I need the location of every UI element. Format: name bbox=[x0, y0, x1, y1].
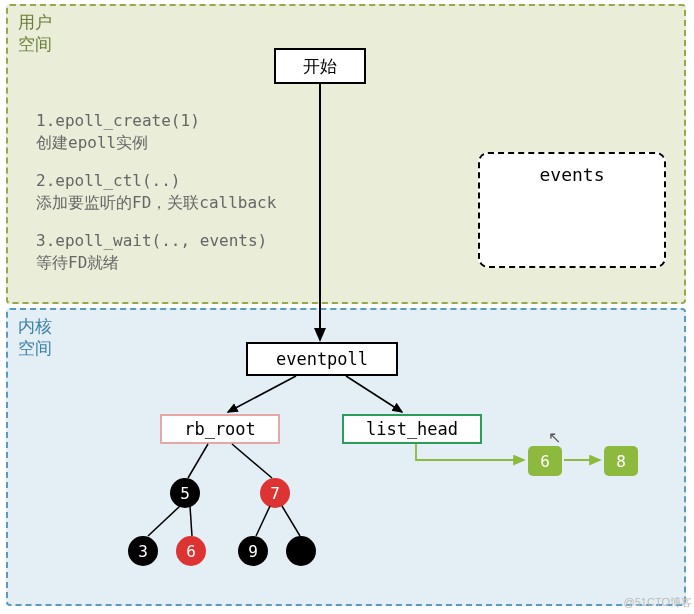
events-box: events bbox=[478, 152, 666, 268]
api-step-1: 1.epoll_create(1) 创建epoll实例 bbox=[36, 110, 200, 153]
cursor-icon: ↖ bbox=[548, 428, 561, 447]
api-step-3: 3.epoll_wait(.., events) 等待FD就绪 bbox=[36, 230, 267, 273]
rb-node-9 bbox=[286, 536, 316, 566]
rb-root-box: rb_root bbox=[160, 414, 280, 444]
api-step-3-desc: 等待FD就绪 bbox=[36, 252, 267, 274]
eventpoll-box: eventpoll bbox=[246, 342, 398, 376]
api-step-3-code: 3.epoll_wait(.., events) bbox=[36, 230, 267, 252]
rb-node-5: 5 bbox=[170, 478, 200, 508]
rb-node-8: 7 bbox=[260, 478, 290, 508]
user-space-label: 用户 空间 bbox=[18, 12, 52, 56]
start-box: 开始 bbox=[274, 48, 366, 84]
list-head-box: list_head bbox=[342, 414, 482, 444]
watermark: @51CTO博客 bbox=[624, 595, 692, 610]
events-box-label: events bbox=[539, 164, 604, 266]
api-step-2: 2.epoll_ctl(..) 添加要监听的FD，关联callback bbox=[36, 170, 276, 213]
list-node-6: 6 bbox=[528, 446, 562, 476]
kernel-space-label: 内核 空间 bbox=[18, 316, 52, 360]
list-node-8: 8 bbox=[604, 446, 638, 476]
rb-node-7: 9 bbox=[238, 536, 268, 566]
rb-node-6: 6 bbox=[176, 536, 206, 566]
api-step-2-code: 2.epoll_ctl(..) bbox=[36, 170, 276, 192]
api-step-2-desc: 添加要监听的FD，关联callback bbox=[36, 192, 276, 214]
api-step-1-desc: 创建epoll实例 bbox=[36, 132, 200, 154]
rb-node-3: 3 bbox=[128, 536, 158, 566]
api-step-1-code: 1.epoll_create(1) bbox=[36, 110, 200, 132]
